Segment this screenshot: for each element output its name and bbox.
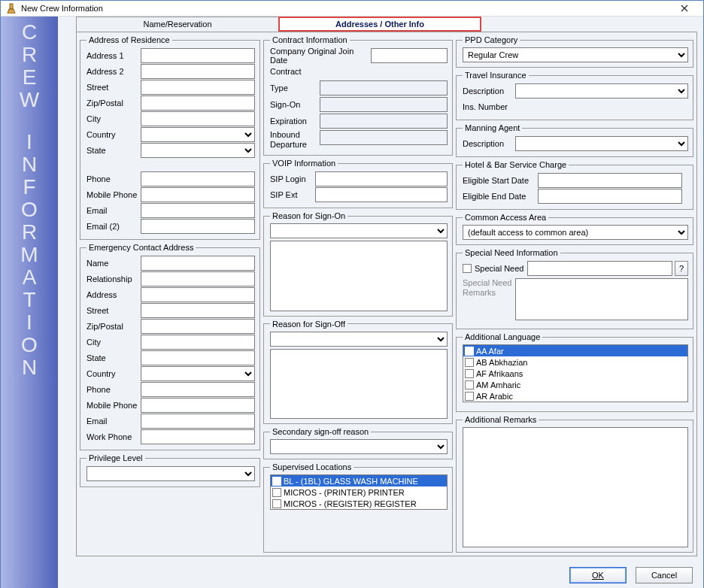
sip-ext-input[interactable] [315,187,448,202]
cancel-button[interactable]: Cancel [636,567,693,583]
supervised-listbox[interactable]: BL - (1BL) GLASS WASH MACHINE MICROS - (… [270,474,448,510]
address1-input[interactable] [141,48,255,63]
ec-name-input[interactable] [141,256,255,271]
checkbox-icon[interactable] [465,392,474,401]
ec-workphone-input[interactable] [141,429,255,444]
list-item[interactable]: MICROS - (PRINTER) PRINTER [271,486,447,498]
special-need-group: Special Need Information Special Need ? … [456,248,693,329]
phone-input[interactable] [141,171,255,186]
manning-agent-group: Manning Agent Description [456,123,693,157]
sip-login-input[interactable] [315,171,448,186]
phone-label: Phone [86,174,141,183]
checkbox-icon[interactable] [465,380,474,389]
address2-label: Address 2 [86,67,141,76]
ec-mobile-input[interactable] [141,398,255,413]
list-item[interactable]: AB Abkhazian [463,356,687,368]
contract-inbound-label: Inbound Departure [270,130,320,150]
common-access-select[interactable]: (default access to common area) [463,225,688,240]
common-legend: Common Access Area [463,213,548,222]
ok-button[interactable]: OK [569,567,627,583]
tab-addresses-other-info[interactable]: Addresses / Other Info [278,17,481,32]
country-select[interactable] [141,127,255,142]
ec-phone-label: Phone [86,385,141,394]
special-need-label: Special Need [475,264,527,273]
special-remarks-text[interactable] [515,278,688,320]
ec-phone-input[interactable] [141,382,255,397]
list-item[interactable]: AA Afar [463,345,687,356]
contract-expiration-label: Expiration [270,117,320,126]
zip-input[interactable] [141,95,255,111]
ec-country-select[interactable] [141,366,255,381]
checkbox-icon[interactable] [465,369,474,378]
email-input[interactable] [141,203,255,218]
ec-address-input[interactable] [141,287,255,302]
checkbox-icon[interactable] [272,477,281,486]
common-access-group: Common Access Area (default access to co… [456,213,693,245]
street-input[interactable] [141,80,255,95]
travel-desc-label: Description [463,86,515,95]
eligible-end-input[interactable] [538,189,682,204]
email2-input[interactable] [141,219,255,234]
checkbox-icon[interactable] [272,488,281,497]
contract-signon-input [320,97,448,112]
close-button[interactable] [670,1,699,16]
hotel-bar-group: Hotel & Bar Service Charge Eligible Star… [456,160,693,210]
special-remarks-label: Special Need Remarks [463,278,515,298]
list-item[interactable]: MICROS - (REGISTER) REGISTER [271,498,447,509]
manning-desc-select[interactable] [515,136,688,151]
reason-signoff-select[interactable] [270,332,448,347]
ec-relationship-input[interactable] [141,271,255,286]
eligible-start-input[interactable] [538,173,682,188]
ec-street-input[interactable] [141,303,255,318]
city-input[interactable] [141,111,255,126]
address-of-residence-group: Address of Residence Address 1 Address 2… [80,35,260,240]
checkbox-icon[interactable] [465,358,474,367]
ec-state-input[interactable] [141,350,255,365]
reason-signoff-text[interactable] [270,349,448,420]
ec-city-label: City [86,338,141,347]
checkbox-icon[interactable] [272,499,281,508]
mobile-label: Mobile Phone [86,190,141,199]
travel-insurance-group: Travel Insurance Description Ins. Number [456,71,693,120]
privilege-legend: Privilege Level [86,453,145,462]
ec-zip-input[interactable] [141,319,255,334]
country-label: Country [86,130,141,139]
ec-email-input[interactable] [141,414,255,429]
secondary-signoff-select[interactable] [270,439,448,454]
titlebar: New Crew Information [1,1,703,17]
sidebar-heading: CREW INFORMATION [1,17,58,588]
privilege-select[interactable] [86,466,255,481]
tab-name-reservation[interactable]: Name/Reservation [76,17,279,32]
additional-remarks-text[interactable] [463,427,688,547]
voip-legend: VOIP Information [270,159,338,168]
eligible-end-label: Eligible End Date [463,192,538,201]
special-need-input[interactable] [527,261,672,276]
ec-city-input[interactable] [141,335,255,350]
ppd-select[interactable]: Regular Crew [463,47,688,62]
list-item[interactable]: AF Afrikaans [463,368,687,379]
cojd-input[interactable] [371,48,448,63]
special-need-help-button[interactable]: ? [675,261,688,276]
language-listbox[interactable]: AA Afar AB Abkhazian AF Afrikaans AM Amh… [463,344,688,402]
app-icon [5,2,17,14]
address2-input[interactable] [141,64,255,79]
emergency-legend: Emergency Contact Address [86,243,196,252]
list-item[interactable]: AM Amharic [463,379,687,390]
mobile-input[interactable] [141,187,255,202]
list-item[interactable]: AR Arabic [463,390,687,402]
reason-signon-select[interactable] [270,223,448,238]
address1-label: Address 1 [86,51,141,60]
contract-inbound-input [320,130,448,145]
contract-legend: Contract Information [270,35,350,44]
state-select[interactable] [141,143,255,158]
ec-name-label: Name [86,259,141,268]
additional-language-group: Additional Language AA Afar AB Abkhazian… [456,332,693,412]
travel-desc-select[interactable] [515,83,688,99]
reason-signon-text[interactable] [270,241,448,311]
lang-legend: Additional Language [463,332,542,341]
checkbox-icon[interactable] [465,347,474,356]
list-item[interactable]: BL - (1BL) GLASS WASH MACHINE [271,475,447,486]
supervised-locations-group: Supervised Locations BL - (1BL) GLASS WA… [263,462,453,553]
sip-ext-label: SIP Ext [270,190,315,199]
special-need-checkbox[interactable] [463,264,472,273]
